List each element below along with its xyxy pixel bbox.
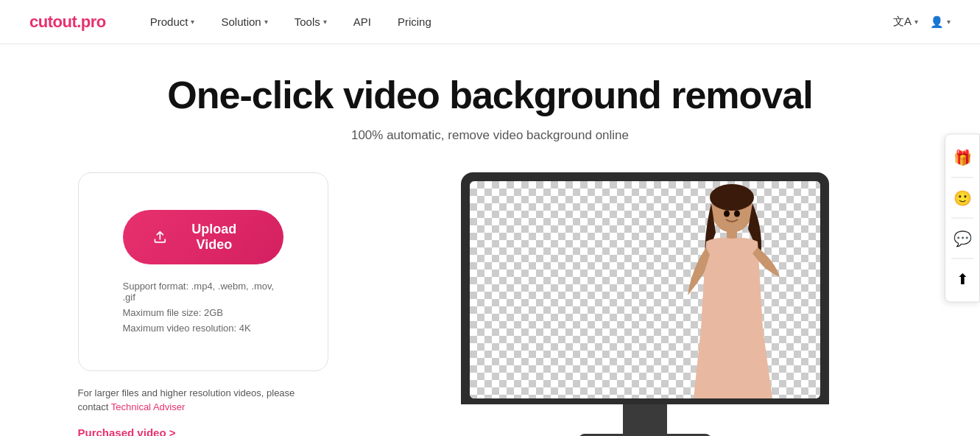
sidebar-divider-2 — [951, 218, 973, 219]
scroll-up-button[interactable]: ⬆ — [945, 262, 979, 296]
upload-icon — [152, 229, 168, 245]
sidebar-divider-1 — [951, 177, 973, 178]
face-icon: 🙂 — [953, 189, 972, 207]
upload-specs: Support format: .mp4, .webm, .mov, .gif … — [123, 281, 283, 334]
monitor-screen — [470, 181, 820, 398]
monitor-section — [387, 172, 903, 436]
language-switcher[interactable]: 文A ▾ — [893, 15, 918, 29]
logo-pro: pro — [81, 13, 106, 31]
nav-pricing[interactable]: Pricing — [398, 15, 431, 28]
navbar: cutout.pro Product ▾ Solution ▾ Tools ▾ … — [0, 0, 980, 44]
chevron-down-icon: ▾ — [264, 18, 268, 26]
scroll-up-icon: ⬆ — [956, 270, 969, 288]
floating-sidebar: 🎁 🙂 💬 ⬆ — [945, 134, 980, 303]
monitor — [461, 172, 829, 436]
upload-spec-resolution: Maximum video resolution: 4K — [123, 323, 283, 334]
svg-point-1 — [710, 184, 754, 211]
feedback-button[interactable]: 💬 — [945, 222, 979, 256]
purchased-video-link[interactable]: Purchased video > — [78, 426, 176, 436]
hero-title: One-click video background removal — [167, 74, 812, 118]
nav-tools[interactable]: Tools ▾ — [295, 15, 327, 28]
upload-box: Upload Video Support format: .mp4, .webm… — [78, 172, 328, 371]
face-button[interactable]: 🙂 — [945, 181, 979, 215]
user-menu[interactable]: 👤 ▾ — [930, 15, 951, 29]
nav-api[interactable]: API — [353, 15, 371, 28]
svg-point-4 — [734, 210, 740, 217]
chevron-down-icon: ▾ — [191, 18, 194, 26]
upload-spec-format: Support format: .mp4, .webm, .mov, .gif — [123, 281, 283, 303]
sidebar-divider-3 — [951, 259, 973, 259]
nav-right: 文A ▾ 👤 ▾ — [893, 15, 951, 29]
gift-button[interactable]: 🎁 — [945, 141, 979, 175]
user-icon: 👤 — [930, 15, 944, 29]
person-figure — [651, 181, 798, 398]
chevron-down-icon: ▾ — [947, 18, 951, 26]
hero-subtitle: 100% automatic, remove video background … — [351, 128, 629, 143]
feedback-icon: 💬 — [953, 230, 972, 247]
monitor-screen-border — [461, 172, 829, 404]
content-row: Upload Video Support format: .mp4, .webm… — [49, 172, 932, 436]
main-content: One-click video background removal 100% … — [0, 44, 980, 436]
monitor-stand-neck — [623, 404, 667, 434]
tech-adviser-text: For larger files and higher resolution v… — [78, 386, 328, 415]
tech-adviser-link[interactable]: Technical Adviser — [111, 401, 185, 412]
gift-icon: 🎁 — [953, 149, 972, 166]
logo[interactable]: cutout.pro — [29, 13, 106, 32]
chevron-down-icon: ▾ — [914, 18, 918, 26]
chevron-down-icon: ▾ — [323, 18, 327, 26]
nav-product[interactable]: Product ▾ — [150, 15, 195, 28]
nav-solution[interactable]: Solution ▾ — [221, 15, 267, 28]
upload-section: Upload Video Support format: .mp4, .webm… — [78, 172, 328, 436]
svg-point-3 — [724, 210, 730, 217]
upload-spec-size: Maximum file size: 2GB — [123, 307, 283, 318]
upload-button[interactable]: Upload Video — [123, 210, 283, 264]
nav-links: Product ▾ Solution ▾ Tools ▾ API Pricing — [150, 15, 893, 28]
logo-cutout: cutout — [29, 13, 77, 31]
lang-icon: 文A — [893, 15, 912, 29]
